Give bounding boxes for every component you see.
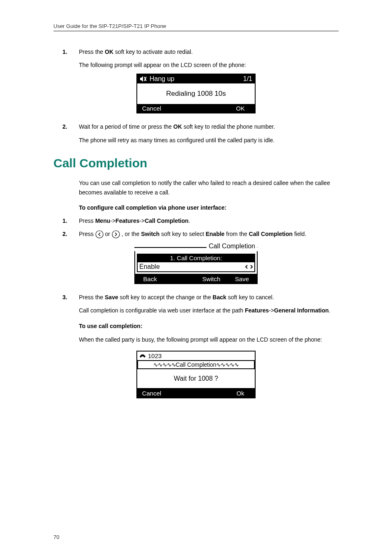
softkey-blank — [166, 389, 196, 398]
lcd2-field-label: 1. Call Completion: — [137, 254, 255, 262]
lcd2-title-bar: Call Completion — [134, 243, 258, 251]
use-label: To use call completion: — [53, 323, 339, 329]
configure-label: To configure call completion via phone u… — [53, 204, 339, 211]
steps-list-2b: 3. Press the Save soft key to accept the… — [53, 293, 339, 302]
left-right-arrows-icon — [245, 264, 253, 269]
step-text: Press or , or the Switch soft key to sel… — [79, 231, 307, 237]
lcd-softkeys: Cancel OK — [137, 104, 255, 113]
step-number: 3. — [62, 293, 67, 302]
step-subtext: The following prompt will appear on the … — [79, 61, 339, 70]
step-number: 2. — [62, 123, 67, 132]
softkey-blank — [196, 104, 225, 113]
svg-point-1 — [112, 231, 120, 238]
step-text: Press Menu->Features->Call Completion. — [79, 217, 190, 224]
step-text: Press the OK soft key to activate auto r… — [79, 49, 193, 55]
step-number: 1. — [62, 217, 67, 226]
closing-paragraph: The phone will retry as many times as co… — [53, 136, 339, 145]
steps-list-1: 1. Press the OK soft key to activate aut… — [53, 48, 339, 69]
lcd-hangup: Hang up 1/1 Redialing 1008 10s Cancel OK — [136, 74, 256, 113]
softkey-blank — [166, 104, 196, 113]
lcd2-title-text: Call Completion — [206, 243, 258, 250]
intro-paragraph: You can use call completion to notify th… — [53, 178, 339, 197]
heading-call-completion: Call Completion — [53, 156, 339, 170]
step-1: 1. Press the OK soft key to activate aut… — [79, 48, 339, 69]
softkey-ok: Ok — [225, 389, 255, 398]
step-number: 1. — [62, 48, 67, 57]
softkey-blank — [165, 275, 196, 283]
lcd-page-indicator: 1/1 — [243, 75, 252, 83]
header-rule — [53, 31, 339, 31]
softkey-switch: Switch — [196, 275, 226, 283]
cfg-step-2: 2. Press or , or the Switch soft key to … — [79, 230, 339, 239]
speaker-mute-icon — [140, 76, 147, 82]
softkey-ok: OK — [225, 104, 255, 113]
left-arrow-key-icon — [95, 230, 104, 238]
step-text: Wait for a period of time or press the O… — [79, 123, 275, 130]
lcd3-softkeys: Cancel Ok — [137, 388, 255, 398]
lcd3-banner: ∿∿∿∿∿Call Completion∿∿∿∿∿ — [137, 360, 255, 369]
lcd3-top-bar: 1023 — [137, 352, 255, 360]
running-head: User Guide for the SIP-T21P/SIP-T21 IP P… — [53, 23, 339, 29]
handset-icon — [139, 353, 146, 359]
lcd3-content: Wait for 1008 ? — [137, 369, 255, 388]
softkey-cancel: Cancel — [137, 389, 166, 398]
webpath-paragraph: Call completion is configurable via web … — [53, 306, 339, 315]
lcd3-extension: 1023 — [148, 352, 161, 359]
steps-list-1b: 2. Wait for a period of time or press th… — [53, 123, 339, 132]
page-number: 70 — [53, 534, 59, 540]
step-2: 2. Wait for a period of time or press th… — [79, 123, 339, 132]
lcd2-field-value: Enable — [137, 262, 255, 272]
right-arrow-key-icon — [112, 230, 120, 238]
lcd-wait-for: 1023 ∿∿∿∿∿Call Completion∿∿∿∿∿ Wait for … — [136, 351, 256, 398]
lcd-title: Hang up — [150, 75, 175, 83]
softkey-back: Back — [135, 275, 165, 283]
softkey-blank — [196, 389, 225, 398]
cfg-step-1: 1. Press Menu->Features->Call Completion… — [79, 217, 339, 226]
steps-list-2: 1. Press Menu->Features->Call Completion… — [53, 217, 339, 238]
svg-point-0 — [96, 231, 103, 238]
softkey-cancel: Cancel — [137, 104, 166, 113]
softkey-save: Save — [226, 275, 257, 283]
use-body: When the called party is busy, the follo… — [53, 335, 339, 344]
step-number: 2. — [62, 230, 67, 239]
lcd2-softkeys: Back Switch Save — [134, 274, 258, 284]
step-text: Press the Save soft key to accept the ch… — [79, 294, 274, 301]
cfg-step-3: 3. Press the Save soft key to accept the… — [79, 293, 339, 302]
lcd-call-completion-config: Call Completion 1. Call Completion: Enab… — [134, 243, 258, 284]
lcd-content: Redialing 1008 10s — [137, 83, 255, 104]
lcd-top-bar: Hang up 1/1 — [137, 74, 255, 83]
